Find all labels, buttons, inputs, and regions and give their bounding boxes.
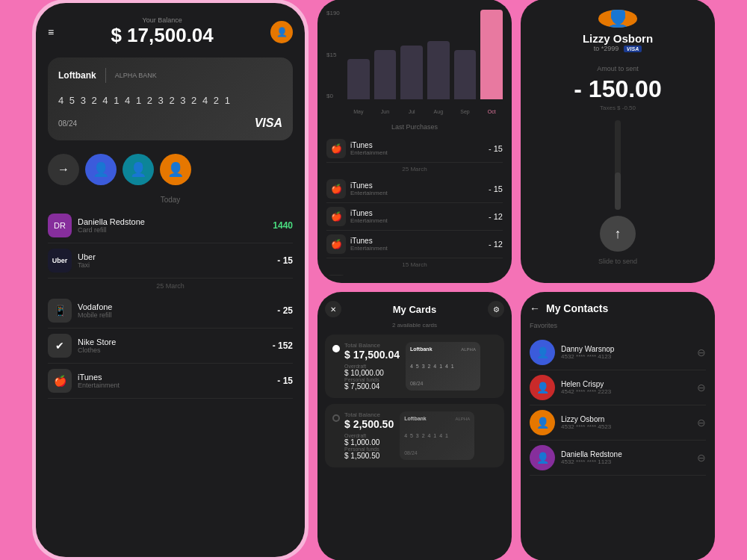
table-row[interactable]: ✔ Nike Store Clothes - 152 (48, 329, 293, 364)
tx-date: 25 March (48, 282, 293, 290)
chart-y-axis: $190 $15 $0 (326, 10, 340, 99)
tx-name: iTunes (78, 373, 277, 382)
tx-name: Vodafone (78, 302, 277, 311)
chart-x-axis: May Jun Jul Aug Sep Oct (347, 109, 503, 114)
x-label-oct: Oct (480, 109, 503, 114)
settings-icon[interactable]: ⚙ (488, 301, 504, 317)
slide-label: Slide to send (598, 258, 637, 265)
tx-name: iTunes (350, 209, 489, 217)
bar-oct (480, 10, 503, 99)
x-label-jun: Jun (374, 109, 397, 114)
table-row[interactable]: 🍎 iTunes Entertainment - 15 (326, 135, 503, 163)
contact-action-icon[interactable]: ⊖ (697, 382, 706, 393)
amount-label: Amout to sent (597, 65, 639, 72)
quick-contacts-row: → 👤 👤 👤 (48, 154, 293, 185)
bar-aug (427, 41, 450, 99)
table-row[interactable]: Uber Uber Taxi - 15 (48, 243, 293, 279)
user-avatar[interactable]: 👤 (270, 21, 293, 43)
chart-bar-aug (427, 10, 450, 99)
card-visual[interactable]: Loftbank ALPHA BANK 4 5 3 2 4 1 4 1 2 3 … (48, 57, 293, 140)
tx-amount: - 152 (273, 340, 293, 351)
card-total-val: $ 17,500.04 (344, 349, 400, 361)
send-arrow-button[interactable]: → (48, 154, 79, 185)
recipient-card: to *2999 (594, 45, 619, 52)
send-amount: - 150.00 (574, 75, 661, 103)
contact-avatar-2[interactable]: 👤 (123, 154, 154, 185)
tx-icon: 🍎 (48, 369, 72, 393)
scroll-indicator (615, 120, 621, 210)
tx-icon: 🍎 (326, 179, 346, 199)
contact-action-icon[interactable]: ⊖ (697, 346, 706, 358)
contact-action-icon[interactable]: ⊖ (697, 452, 706, 464)
phone5-my-contacts: ← My Contacts Favorites 👤 Danny Warsnop … (521, 292, 715, 560)
table-row[interactable]: 🍎 iTunes Entertainment - 12 (326, 231, 503, 258)
back-button[interactable]: ← (530, 302, 540, 314)
tx-amount: - 25 (277, 305, 293, 316)
tx-name: iTunes (350, 181, 489, 190)
chart-bars (347, 10, 503, 99)
close-button[interactable]: ✕ (325, 301, 341, 317)
chart-bar-jun (374, 10, 397, 99)
balance-label: Your Balance (111, 16, 213, 24)
contact-name: Danny Warsnop (561, 345, 691, 353)
list-item[interactable]: 👤 Helen Crispy 4542 **** **** 2223 ⊖ (530, 370, 706, 405)
tx-icon: 🍎 (326, 139, 346, 158)
today-label: Today (48, 196, 293, 204)
app-layout: ≡ Your Balance $ 17,500.04 👤 Loftbank AL… (17, 0, 730, 560)
tx-amount: - 15 (277, 376, 293, 386)
contact-avatar-1[interactable]: 👤 (85, 154, 117, 185)
tx-name: Uber (78, 252, 277, 261)
card-radio-2[interactable] (332, 414, 340, 422)
table-row[interactable]: 🍎 iTunes Entertainment - 15 (326, 271, 503, 276)
table-row[interactable]: 📱 Vodafone Mobile refill - 25 (48, 293, 293, 329)
list-item[interactable]: 👤 Danny Warsnop 4532 **** **** 4123 ⊖ (530, 335, 706, 370)
table-row[interactable]: 🍎 iTunes Entertainment - 12 (326, 203, 503, 231)
contact-card: 4532 **** **** 4123 (561, 353, 691, 360)
card-mini-visual: Loftbank ALPHA 4 5 3 2 4 1 4 1 08/24 (400, 411, 474, 460)
personal-label: Personal funds (344, 447, 394, 452)
tx-cat: Card refill (78, 226, 273, 234)
table-row[interactable]: 🍎 iTunes Entertainment - 15 (326, 175, 503, 203)
tx-amount: - 15 (489, 184, 503, 193)
chart-bar-jul (400, 10, 423, 99)
phone3-send-money: 👤 Lizzy Osborn to *2999 VISA Amout to se… (521, 0, 715, 283)
card-number: 4 5 3 2 4 1 4 1 2 3 2 3 2 4 2 1 (58, 95, 282, 106)
contact-avatar: 👤 (530, 445, 555, 470)
send-button[interactable]: ↑ (600, 216, 636, 252)
tx-name: iTunes (350, 141, 489, 149)
table-row[interactable]: 🍎 iTunes Entertainment - 15 (48, 364, 293, 399)
table-row[interactable]: DR Daniella Redstone Card refill 1440 (48, 208, 293, 243)
list-item[interactable]: 👤 Daniella Redstone 4532 **** **** 1123 … (530, 441, 706, 476)
taxes-label: Taxes $ -0.50 (600, 105, 636, 111)
recipient-name: Lizzy Osborn (583, 32, 653, 45)
tx-amount: - 12 (489, 240, 503, 249)
tx-cat: Entertainment (350, 190, 489, 196)
overdraft-val: $ 1,000.00 (344, 438, 394, 447)
contact-action-icon[interactable]: ⊖ (697, 417, 706, 429)
list-item[interactable]: Total Balance $ 17,500.04 Overdraft $ 10… (325, 335, 504, 398)
tx-name: Daniella Redstone (78, 217, 273, 226)
card-total-val: $ 2,500.50 (344, 418, 394, 430)
card-radio-1[interactable] (332, 345, 340, 352)
list-item[interactable]: 👤 Lizzy Osborn 4532 **** **** 4523 ⊖ (530, 405, 706, 441)
contact-card: 4532 **** **** 4523 (561, 423, 691, 430)
tx-cat: Entertainment (78, 382, 277, 389)
chart-bar-oct[interactable] (480, 10, 503, 99)
contact-avatar-3[interactable]: 👤 (160, 154, 191, 185)
tx-name: iTunes (350, 237, 489, 245)
personal-val: $ 7,500.04 (344, 382, 400, 391)
list-item[interactable]: Total Balance $ 2,500.50 Overdraft $ 1,0… (325, 404, 504, 467)
contact-avatar: 👤 (530, 375, 555, 400)
contacts-header: ← My Contacts (530, 302, 706, 314)
card-network: VISA (255, 116, 282, 130)
tx-date: 15 March (326, 261, 503, 268)
card-bank-sub: ALPHA BANK (115, 72, 157, 79)
transaction-list: DR Daniella Redstone Card refill 1440 Ub… (48, 208, 293, 550)
bar-jul (400, 46, 423, 99)
chart-bar-may (347, 10, 370, 99)
purchase-list: 🍎 iTunes Entertainment - 15 25 March 🍎 i… (326, 135, 503, 276)
contact-name: Daniella Redstone (561, 450, 691, 458)
tx-icon: 📱 (48, 299, 72, 323)
menu-icon[interactable]: ≡ (48, 26, 54, 38)
tx-icon: ✔ (48, 334, 72, 358)
